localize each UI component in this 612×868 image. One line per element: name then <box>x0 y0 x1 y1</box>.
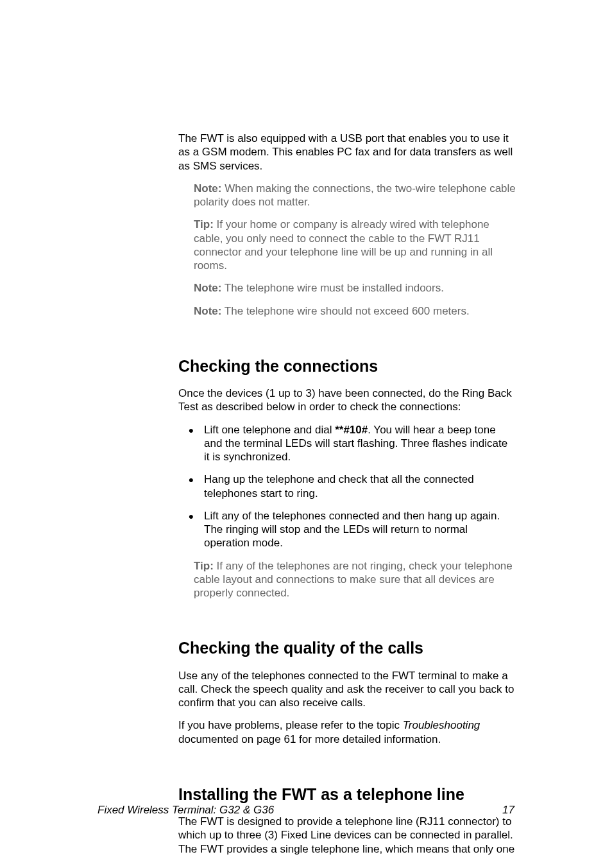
page-footer: Fixed Wireless Terminal: G32 & G36 17 <box>98 804 514 817</box>
note-text: The telephone wire should not exceed 600… <box>221 305 469 317</box>
note-label: Note: <box>194 305 221 317</box>
section2-p1: Use any of the telephones connected to t… <box>178 669 516 710</box>
note-block-2: Note: The telephone wire must be install… <box>194 281 516 295</box>
tip-block-2: Tip: If any of the telephones are not ri… <box>194 559 516 600</box>
section1-intro: Once the devices (1 up to 3) have been c… <box>178 386 516 414</box>
note-label: Note: <box>194 282 221 294</box>
document-page: The FWT is also equipped with a USB port… <box>0 0 612 868</box>
section-heading-installing: Installing the FWT as a telephone line <box>178 785 516 804</box>
list-item: Hang up the telephone and check that all… <box>178 473 516 500</box>
tip-text: If any of the telephones are not ringing… <box>194 560 513 600</box>
bullet-list: Lift one telephone and dial **#10#. You … <box>178 423 516 550</box>
p2-post: documented on page 61 for more detailed … <box>178 733 441 745</box>
bullet-text-pre: Lift one telephone and dial <box>204 424 335 436</box>
troubleshooting-ref: Troubleshooting <box>403 719 480 731</box>
intro-paragraph: The FWT is also equipped with a USB port… <box>178 132 516 173</box>
tip-label: Tip: <box>194 218 214 230</box>
section2-p2: If you have problems, please refer to th… <box>178 718 516 746</box>
note-block-3: Note: The telephone wire should not exce… <box>194 304 516 318</box>
dial-code: **#10# <box>335 424 368 436</box>
note-text: The telephone wire must be installed ind… <box>221 282 444 294</box>
list-item: Lift one telephone and dial **#10#. You … <box>178 423 516 464</box>
tip-text: If your home or company is already wired… <box>194 218 493 272</box>
note-block-1: Note: When making the connections, the t… <box>194 182 516 209</box>
list-item: Lift any of the telephones connected and… <box>178 509 516 550</box>
footer-title: Fixed Wireless Terminal: G32 & G36 <box>98 804 274 817</box>
section3-p1: The FWT is designed to provide a telepho… <box>178 815 516 856</box>
section-heading-quality: Checking the quality of the calls <box>178 638 516 658</box>
note-text: When making the connections, the two-wir… <box>194 182 516 208</box>
section-heading-connections: Checking the connections <box>178 356 516 376</box>
page-number: 17 <box>502 804 514 817</box>
tip-label: Tip: <box>194 560 214 572</box>
note-label: Note: <box>194 182 221 195</box>
p2-pre: If you have problems, please refer to th… <box>178 719 403 731</box>
tip-block-1: Tip: If your home or company is already … <box>194 218 516 272</box>
content-area: The FWT is also equipped with a USB port… <box>178 132 516 856</box>
